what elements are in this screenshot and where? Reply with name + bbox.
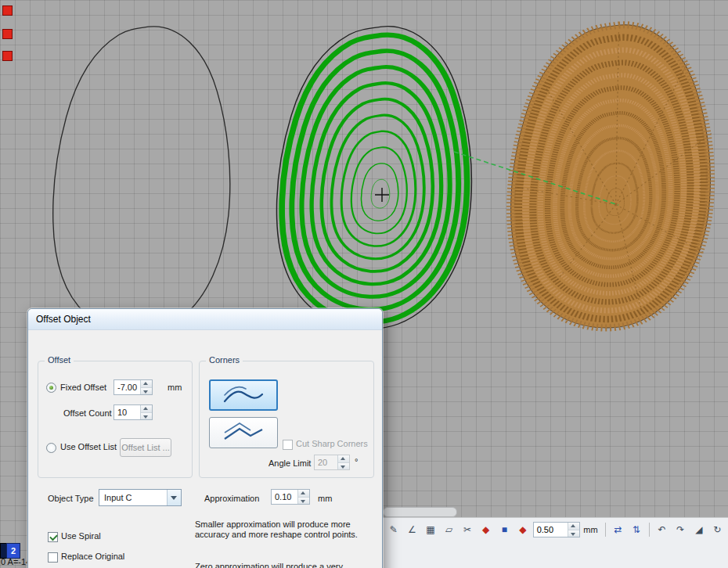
spinner-down-icon[interactable] xyxy=(141,413,152,420)
spinner-arrows[interactable] xyxy=(140,405,152,419)
object-type-value: Input C xyxy=(99,490,167,505)
use-spiral-label: Use Spiral xyxy=(61,531,101,541)
fixed-offset-value[interactable]: -7.00 xyxy=(114,380,140,394)
corners-group-label: Corners xyxy=(206,355,243,365)
approximation-help-text: Smaller approximation will produce more … xyxy=(195,519,378,540)
corners-group: Corners Cut Sharp Corners Angle Limit xyxy=(199,361,374,478)
stitch-angle-icon[interactable]: ∠ xyxy=(404,521,421,538)
offset-object-dialog: Offset Object Offset Fixed Offset -7.00 … xyxy=(27,308,383,568)
palette-chip-current[interactable]: 2 xyxy=(6,543,20,559)
cut-sharp-corners-checkbox[interactable] xyxy=(283,440,293,450)
spinner-down-icon[interactable] xyxy=(298,498,309,505)
toolbar-separator xyxy=(605,523,606,537)
fixed-offset-label: Fixed Offset xyxy=(60,383,106,392)
offset-count-value[interactable]: 10 xyxy=(114,405,140,419)
skew-icon[interactable]: ◢ xyxy=(690,521,708,538)
rotate-left-icon[interactable]: ↶ xyxy=(654,521,671,538)
approximation-label: Approximation xyxy=(204,494,259,503)
crosshair-cursor xyxy=(375,188,389,202)
spinner-up-icon[interactable] xyxy=(141,405,152,413)
spinner-down-icon[interactable] xyxy=(568,530,579,537)
dialog-title[interactable]: Offset Object xyxy=(28,309,382,330)
use-offset-list-label: Use Offset List xyxy=(60,442,117,451)
fixed-offset-spinner[interactable]: -7.00 xyxy=(114,379,153,395)
spinner-arrows[interactable] xyxy=(140,380,152,394)
spinner-arrows[interactable] xyxy=(337,455,349,469)
remove-overlap-icon[interactable]: ▱ xyxy=(441,521,458,538)
mirror-vertical-icon[interactable]: ⇅ xyxy=(628,521,645,538)
angle-limit-unit: ° xyxy=(355,457,358,466)
bottom-toolbar: ✎ ∠ ▦ ▱ ✂ ◆ ■ ◆ 0.50 mm ⇄ ⇅ ↶ ↷ ◢ ↻ xyxy=(381,517,728,568)
spinner-arrows[interactable] xyxy=(297,490,309,504)
approximation-value[interactable]: 0.10 xyxy=(272,490,297,504)
cut-sharp-corners-label: Cut Sharp Corners xyxy=(296,439,368,448)
sharp-corners-icon xyxy=(221,422,266,444)
object-marker-3[interactable] xyxy=(2,51,13,61)
reshape-tool-icon[interactable]: ✎ xyxy=(385,521,402,538)
offset-group: Offset Fixed Offset -7.00 mm Offset Coun… xyxy=(38,361,193,478)
offset-count-spinner[interactable]: 10 xyxy=(114,404,153,420)
spinner-up-icon[interactable] xyxy=(568,523,579,530)
trim-icon[interactable]: ✂ xyxy=(459,521,476,538)
mirror-horizontal-icon[interactable]: ⇄ xyxy=(610,521,627,538)
stitch-length-spinner[interactable]: 0.50 xyxy=(533,522,581,537)
use-spiral-checkbox[interactable] xyxy=(48,532,58,542)
rotate-right-icon[interactable]: ↷ xyxy=(672,521,689,538)
sharp-corners-button[interactable] xyxy=(209,417,278,448)
stitch-length-unit: mm xyxy=(583,525,597,534)
offset-list-button[interactable]: Offset List ... xyxy=(120,438,171,457)
replace-original-checkbox[interactable] xyxy=(48,552,58,563)
round-corners-icon xyxy=(221,384,266,406)
spinner-up-icon[interactable] xyxy=(141,380,152,388)
spinner-arrows[interactable] xyxy=(568,523,579,537)
use-offset-list-radio[interactable] xyxy=(46,443,56,453)
approximation-spinner[interactable]: 0.10 xyxy=(271,489,310,505)
outline-object[interactable] xyxy=(53,27,230,334)
object-type-dropdown[interactable]: Input C xyxy=(99,489,182,506)
angle-limit-spinner[interactable]: 20 xyxy=(314,455,350,470)
stitched-object[interactable] xyxy=(511,25,712,328)
status-coordinates: 0 A=-14 xyxy=(1,557,31,566)
object-type-label: Object Type xyxy=(48,494,94,503)
object-marker-1[interactable] xyxy=(2,5,13,16)
round-corners-button[interactable] xyxy=(209,379,278,411)
spinner-down-icon[interactable] xyxy=(141,388,152,395)
object-marker-2[interactable] xyxy=(2,29,13,39)
approximation-unit: mm xyxy=(318,494,332,503)
fixed-offset-unit: mm xyxy=(168,383,182,392)
offset-count-label: Offset Count xyxy=(63,408,112,418)
offset-group-label: Offset xyxy=(45,355,74,365)
rotate-repeat-icon[interactable]: ↻ xyxy=(709,521,726,538)
angle-limit-value[interactable]: 20 xyxy=(315,455,337,469)
replace-original-label: Replace Original xyxy=(61,552,124,561)
spinner-up-icon[interactable] xyxy=(298,490,309,498)
offset-object[interactable] xyxy=(276,27,471,329)
spinner-down-icon[interactable] xyxy=(338,463,349,470)
fill-pattern-icon[interactable]: ▦ xyxy=(422,521,439,538)
entry-point-icon[interactable]: ■ xyxy=(496,521,513,538)
angle-limit-label: Angle Limit xyxy=(268,458,311,468)
node-point-icon[interactable]: ◆ xyxy=(478,521,495,538)
exit-point-icon[interactable]: ◆ xyxy=(514,521,532,538)
zero-approximation-help-text: Zero approximation will produce a very a… xyxy=(195,562,378,568)
toolbar-separator xyxy=(649,523,650,537)
application-window: ✎ ∠ ▦ ▱ ✂ ◆ ■ ◆ 0.50 mm ⇄ ⇅ ↶ ↷ ◢ ↻ 2 0 … xyxy=(0,0,728,568)
chevron-down-icon[interactable] xyxy=(167,490,181,505)
spinner-up-icon[interactable] xyxy=(338,455,349,463)
fixed-offset-radio[interactable] xyxy=(46,383,56,393)
horizontal-scrollbar[interactable] xyxy=(383,507,457,517)
stitch-length-value[interactable]: 0.50 xyxy=(534,523,568,537)
